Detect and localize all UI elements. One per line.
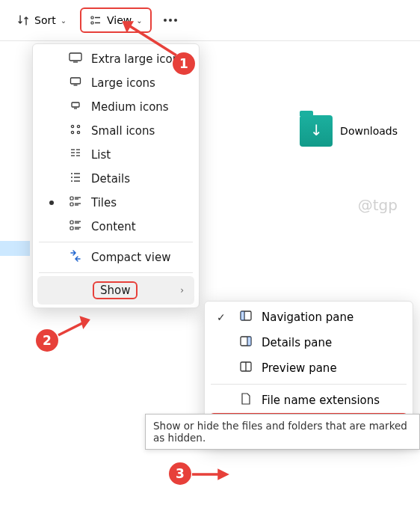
monitor-m-icon [69, 99, 82, 115]
svg-point-10 [71, 125, 73, 127]
callout-1: 1 [173, 52, 195, 75]
svg-line-47 [124, 22, 176, 55]
svg-point-11 [77, 125, 79, 127]
file-ext-icon [239, 392, 253, 409]
monitor-l-icon [69, 75, 82, 91]
svg-rect-0 [91, 16, 93, 19]
submenu-item-details-pane[interactable]: Details pane [205, 330, 413, 355]
svg-rect-26 [70, 197, 73, 200]
menu-item-details[interactable]: Details [33, 167, 199, 191]
menu-label: Show [100, 284, 130, 297]
monitor-xl-icon [69, 51, 82, 67]
menu-label: Medium icons [91, 100, 169, 114]
menu-item-compact-view[interactable]: Compact view [33, 245, 199, 269]
watermark: @tgp [358, 196, 398, 214]
menu-item-tiles[interactable]: Tiles [33, 191, 199, 215]
compact-icon [69, 249, 82, 266]
menu-item-list[interactable]: List [33, 143, 199, 167]
svg-rect-40 [241, 311, 244, 320]
svg-rect-35 [70, 227, 73, 230]
view-menu: Extra large icons Large icons Medium ico… [32, 43, 200, 308]
submenu-item-preview-pane[interactable]: Preview pane [205, 355, 413, 381]
submenu-label: File name extensions [262, 394, 380, 407]
menu-item-large-icons[interactable]: Large icons [33, 71, 199, 95]
menu-separator [211, 384, 407, 385]
tiles-icon [69, 195, 82, 211]
folder-selection-stripe [0, 241, 30, 256]
show-highlight: Show [93, 281, 138, 299]
folder-item[interactable]: Downloads [300, 115, 398, 147]
menu-item-content[interactable]: Content [33, 215, 199, 239]
pane-nav-icon [239, 309, 253, 325]
toolbar: Sort ⌄ View ⌄ [0, 0, 420, 41]
svg-rect-6 [71, 78, 81, 84]
svg-rect-27 [70, 203, 73, 206]
svg-marker-48 [124, 22, 132, 30]
svg-rect-4 [70, 53, 81, 61]
menu-label: Small icons [91, 124, 155, 138]
grid-icon [69, 123, 82, 139]
menu-item-small-icons[interactable]: Small icons [33, 119, 199, 143]
menu-label: Tiles [91, 196, 117, 209]
menu-label: List [91, 148, 111, 162]
sort-icon [16, 13, 30, 27]
sort-button[interactable]: Sort ⌄ [9, 9, 74, 31]
sort-label: Sort [34, 14, 56, 26]
menu-label: Content [91, 220, 136, 233]
submenu-item-file-name-extensions[interactable]: File name extensions [205, 388, 413, 413]
list-icon [69, 147, 82, 163]
submenu-label: Preview pane [262, 361, 337, 375]
pane-preview-icon [239, 360, 253, 376]
menu-separator [39, 272, 193, 273]
menu-separator [39, 242, 193, 242]
svg-marker-52 [219, 471, 226, 478]
radio-selected-icon [49, 201, 54, 205]
svg-rect-1 [91, 22, 93, 24]
submenu-label: Navigation pane [262, 311, 353, 324]
menu-label: Details [91, 172, 130, 186]
menu-label: Large icons [91, 76, 155, 90]
svg-point-12 [71, 131, 73, 133]
submenu-item-navigation-pane[interactable]: ✓ Navigation pane [205, 305, 413, 330]
svg-marker-50 [81, 318, 88, 326]
chevron-right-icon: › [180, 285, 184, 296]
content-icon [69, 218, 82, 235]
svg-rect-8 [72, 103, 79, 107]
check-icon: ✓ [217, 311, 226, 323]
svg-rect-43 [247, 337, 251, 346]
callout-3: 3 [169, 462, 191, 485]
pane-details-icon [239, 334, 253, 351]
details-icon [69, 171, 82, 187]
view-icon [89, 13, 102, 27]
menu-item-show[interactable]: Show › [37, 276, 194, 305]
callout-2: 2 [36, 329, 58, 352]
menu-item-medium-icons[interactable]: Medium icons [33, 95, 199, 119]
chevron-down-icon: ⌄ [61, 16, 67, 25]
svg-rect-32 [70, 221, 73, 224]
svg-point-13 [77, 131, 79, 133]
tooltip: Show or hide the files and folders that … [145, 414, 420, 450]
downloads-folder-icon [300, 115, 333, 147]
folder-name: Downloads [340, 125, 398, 137]
submenu-label: Details pane [262, 336, 332, 349]
menu-label: Compact view [91, 251, 170, 264]
